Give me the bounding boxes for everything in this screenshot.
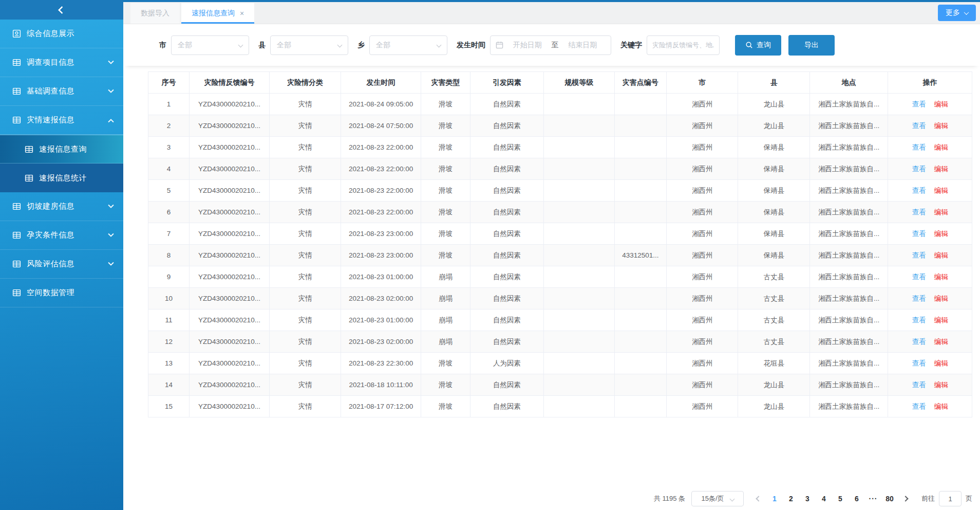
table-cell: 2021-08-23 22:00:00 bbox=[341, 137, 421, 158]
edit-link[interactable]: 编辑 bbox=[934, 208, 948, 216]
table-cell: 11 bbox=[148, 309, 190, 331]
sidebar: 综合信息展示调查项目信息基础调查信息灾情速报信息速报信息查询速报信息统计切坡建房… bbox=[0, 0, 123, 510]
view-link[interactable]: 查看 bbox=[912, 316, 926, 324]
keyword-filter-label: 关键字 bbox=[620, 41, 642, 50]
view-link[interactable]: 查看 bbox=[912, 208, 926, 216]
edit-link[interactable]: 编辑 bbox=[934, 403, 948, 410]
table-cell: 自然因素 bbox=[470, 288, 544, 309]
edit-link[interactable]: 编辑 bbox=[934, 338, 948, 345]
view-link[interactable]: 查看 bbox=[912, 359, 926, 367]
edit-link[interactable]: 编辑 bbox=[934, 295, 948, 302]
page-number[interactable]: 1 bbox=[766, 491, 783, 506]
edit-link[interactable]: 编辑 bbox=[934, 273, 948, 281]
table-cell: 2021-08-23 02:00:00 bbox=[341, 331, 421, 353]
page-number[interactable]: 5 bbox=[832, 491, 849, 506]
sidebar-item[interactable]: 切坡建房信息 bbox=[0, 192, 123, 221]
sidebar-item[interactable]: 孕灾条件信息 bbox=[0, 221, 123, 250]
view-link[interactable]: 查看 bbox=[912, 251, 926, 259]
tabs: 数据导入速报信息查询× bbox=[130, 3, 254, 24]
table-cell: 湘西土家族苗族自... bbox=[809, 245, 888, 266]
view-link[interactable]: 查看 bbox=[912, 165, 926, 173]
actions-cell: 查看编辑 bbox=[888, 158, 972, 180]
page-size-select[interactable]: 15条/页 bbox=[691, 491, 744, 506]
page-number[interactable]: 80 bbox=[881, 491, 898, 506]
table-cell bbox=[543, 331, 614, 353]
prev-page-button[interactable] bbox=[751, 491, 766, 506]
view-link[interactable]: 查看 bbox=[912, 230, 926, 238]
column-header: 序号 bbox=[148, 72, 190, 94]
table-cell: 灾情 bbox=[269, 137, 341, 158]
sidebar-item[interactable]: 风险评估信息 bbox=[0, 250, 123, 279]
page-number[interactable]: 2 bbox=[783, 491, 799, 506]
edit-link[interactable]: 编辑 bbox=[934, 381, 948, 389]
view-link[interactable]: 查看 bbox=[912, 187, 926, 194]
close-icon[interactable]: × bbox=[240, 10, 244, 17]
sidebar-item[interactable]: 速报信息查询 bbox=[0, 135, 123, 163]
actions-cell: 查看编辑 bbox=[888, 137, 972, 158]
query-button[interactable]: 查询 bbox=[735, 35, 781, 56]
sidebar-item[interactable]: 灾情速报信息 bbox=[0, 106, 123, 135]
edit-link[interactable]: 编辑 bbox=[934, 359, 948, 367]
export-button[interactable]: 导出 bbox=[788, 35, 835, 56]
view-link[interactable]: 查看 bbox=[912, 100, 926, 108]
view-link[interactable]: 查看 bbox=[912, 338, 926, 345]
actions-cell: 查看编辑 bbox=[888, 115, 972, 137]
sidebar-item-label: 灾情速报信息 bbox=[27, 115, 109, 125]
view-link[interactable]: 查看 bbox=[912, 295, 926, 302]
sidebar-item[interactable]: 综合信息展示 bbox=[0, 20, 123, 48]
more-button[interactable]: 更多 bbox=[938, 5, 976, 21]
view-link[interactable]: 查看 bbox=[912, 122, 926, 130]
page-number[interactable]: 4 bbox=[816, 491, 832, 506]
table-cell: 湘西土家族苗族自... bbox=[809, 94, 888, 115]
column-header: 灾险情反馈编号 bbox=[190, 72, 270, 94]
table-cell: 8 bbox=[148, 245, 190, 266]
view-link[interactable]: 查看 bbox=[912, 381, 926, 389]
keyword-input[interactable] bbox=[647, 35, 720, 55]
sidebar-item[interactable]: 调查项目信息 bbox=[0, 48, 123, 77]
date-range-picker[interactable]: 开始日期 至 结束日期 bbox=[490, 35, 611, 55]
edit-link[interactable]: 编辑 bbox=[934, 122, 948, 130]
town-select[interactable]: 全部 bbox=[369, 35, 447, 55]
table-cell bbox=[614, 266, 666, 288]
table-cell: 滑坡 bbox=[421, 115, 470, 137]
table-row: 13YZD43000020210...灾情2021-08-23 22:30:00… bbox=[148, 353, 972, 374]
table-cell: 6 bbox=[148, 202, 190, 223]
edit-link[interactable]: 编辑 bbox=[934, 143, 948, 151]
table-cell: 龙山县 bbox=[738, 374, 810, 396]
edit-link[interactable]: 编辑 bbox=[934, 251, 948, 259]
table-cell: YZD43000020210... bbox=[190, 202, 270, 223]
sidebar-item-label: 孕灾条件信息 bbox=[27, 230, 109, 240]
tab[interactable]: 数据导入 bbox=[130, 3, 180, 24]
page-number[interactable]: 6 bbox=[849, 491, 865, 506]
table-cell: 湘西土家族苗族自... bbox=[809, 137, 888, 158]
view-link[interactable]: 查看 bbox=[912, 403, 926, 410]
city-filter-label: 市 bbox=[159, 41, 166, 50]
edit-link[interactable]: 编辑 bbox=[934, 165, 948, 173]
view-link[interactable]: 查看 bbox=[912, 143, 926, 151]
table-cell: 古丈县 bbox=[738, 266, 810, 288]
table-cell: 滑坡 bbox=[421, 245, 470, 266]
table-cell: 湘西州 bbox=[666, 374, 738, 396]
chevron-left-icon bbox=[756, 496, 761, 501]
tab-label: 数据导入 bbox=[141, 9, 169, 18]
view-link[interactable]: 查看 bbox=[912, 273, 926, 281]
table-cell: 湘西州 bbox=[666, 158, 738, 180]
sidebar-item[interactable]: 速报信息统计 bbox=[0, 163, 123, 192]
table-cell: 崩塌 bbox=[421, 288, 470, 309]
table-row: 12YZD43000020210...灾情2021-08-23 02:00:00… bbox=[148, 331, 972, 353]
sidebar-item-label: 速报信息统计 bbox=[39, 173, 113, 183]
sidebar-item[interactable]: 空间数据管理 bbox=[0, 279, 123, 307]
edit-link[interactable]: 编辑 bbox=[934, 230, 948, 238]
edit-link[interactable]: 编辑 bbox=[934, 187, 948, 194]
goto-page-input[interactable] bbox=[939, 491, 962, 506]
sidebar-item[interactable]: 基础调查信息 bbox=[0, 77, 123, 106]
county-select[interactable]: 全部 bbox=[270, 35, 348, 55]
edit-link[interactable]: 编辑 bbox=[934, 100, 948, 108]
sidebar-collapse-button[interactable] bbox=[0, 0, 123, 20]
town-filter-label: 乡 bbox=[357, 41, 365, 50]
tab[interactable]: 速报信息查询× bbox=[181, 3, 254, 24]
edit-link[interactable]: 编辑 bbox=[934, 316, 948, 324]
city-select[interactable]: 全部 bbox=[171, 35, 249, 55]
next-page-button[interactable] bbox=[898, 491, 913, 506]
page-number[interactable]: 3 bbox=[799, 491, 816, 506]
